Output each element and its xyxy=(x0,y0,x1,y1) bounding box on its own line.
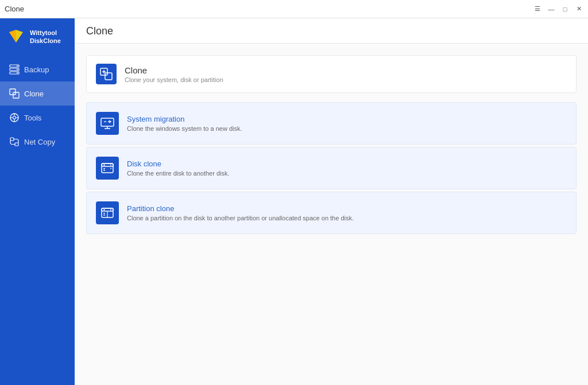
logo-icon xyxy=(7,28,25,46)
option-system-migration[interactable]: System migration Clone the windows syste… xyxy=(86,102,577,145)
system-migration-icon-box xyxy=(96,112,119,135)
svg-rect-8 xyxy=(10,89,16,95)
sidebar: Wittytool DiskClone Backup xyxy=(0,18,75,385)
svg-point-33 xyxy=(110,168,111,169)
partition-clone-text: Partition clone Clone a partition on the… xyxy=(127,204,354,221)
logo-text: Wittytool DiskClone xyxy=(30,29,61,45)
clone-card-subtitle: Clone your system, disk or partition xyxy=(125,76,223,83)
svg-rect-27 xyxy=(102,164,113,173)
clone-card-title: Clone xyxy=(125,65,223,75)
maximize-button[interactable]: □ xyxy=(560,5,570,14)
option-disk-clone[interactable]: Disk clone Clone the entire disk to anot… xyxy=(86,147,577,189)
option-partition-clone[interactable]: Partition clone Clone a partition on the… xyxy=(86,192,577,234)
page-header: Clone xyxy=(75,18,588,44)
disk-clone-text: Disk clone Clone the entire disk to anot… xyxy=(127,160,230,177)
clone-header-card: Clone Clone your system, disk or partiti… xyxy=(86,55,577,93)
sidebar-item-backup[interactable]: Backup xyxy=(0,57,75,81)
svg-rect-30 xyxy=(103,168,105,169)
content-area: Clone Clone your system, disk or partiti… xyxy=(75,44,588,385)
svg-rect-31 xyxy=(103,170,105,171)
main-content: Clone Clone Clone your system, disk or p… xyxy=(75,18,588,385)
system-migration-title: System migration xyxy=(127,115,242,123)
clone-header-text: Clone Clone your system, disk or partiti… xyxy=(125,65,223,83)
sidebar-logo: Wittytool DiskClone xyxy=(0,18,75,55)
partition-clone-title: Partition clone xyxy=(127,204,354,213)
sidebar-nav: Backup Clone Tools xyxy=(0,57,75,154)
sidebar-item-clone[interactable]: Clone xyxy=(0,81,75,106)
svg-point-7 xyxy=(17,72,18,73)
system-migration-desc: Clone the windows system to a new disk. xyxy=(127,125,242,132)
close-button[interactable]: ✕ xyxy=(574,5,583,14)
sidebar-item-netcopy[interactable]: Net Copy xyxy=(0,130,75,154)
svg-rect-16 xyxy=(10,138,14,141)
svg-marker-1 xyxy=(9,30,16,42)
svg-rect-36 xyxy=(103,209,105,211)
titlebar-title: Clone xyxy=(5,5,24,13)
svg-point-32 xyxy=(110,165,111,166)
clone-header-icon-box xyxy=(96,64,117,84)
disk-clone-desc: Clone the entire disk to another disk. xyxy=(127,170,230,177)
clone-plus-icon xyxy=(100,68,113,80)
clone-icon xyxy=(9,88,20,99)
svg-rect-19 xyxy=(105,73,112,80)
netcopy-icon xyxy=(9,137,20,147)
svg-rect-9 xyxy=(13,92,19,98)
system-migration-text: System migration Clone the windows syste… xyxy=(127,115,242,132)
partition-clone-desc: Clone a partition on the disk to another… xyxy=(127,215,354,221)
svg-point-40 xyxy=(110,209,111,211)
backup-icon xyxy=(9,64,20,75)
svg-point-11 xyxy=(13,116,16,119)
svg-rect-17 xyxy=(15,143,18,146)
titlebar-controls: ☰ — □ ✕ xyxy=(533,5,583,14)
sidebar-item-tools[interactable]: Tools xyxy=(0,106,75,130)
titlebar: Clone ☰ — □ ✕ xyxy=(0,0,588,18)
minimize-button[interactable]: — xyxy=(547,5,556,14)
svg-rect-37 xyxy=(103,213,105,214)
svg-point-6 xyxy=(17,69,18,70)
disk-clone-icon xyxy=(100,161,115,176)
partition-clone-icon xyxy=(100,205,115,220)
app-container: Wittytool DiskClone Backup xyxy=(0,18,588,385)
system-migration-icon xyxy=(100,116,115,131)
page-title: Clone xyxy=(86,25,577,37)
disk-clone-title: Disk clone xyxy=(127,160,230,168)
svg-point-5 xyxy=(17,65,18,67)
svg-rect-29 xyxy=(103,165,105,166)
svg-rect-22 xyxy=(101,118,114,126)
partition-clone-icon-box xyxy=(96,201,119,224)
tools-icon xyxy=(9,112,20,123)
option-list: System migration Clone the windows syste… xyxy=(86,102,577,234)
disk-clone-icon-box xyxy=(96,157,119,180)
menu-button[interactable]: ☰ xyxy=(533,5,542,14)
svg-rect-38 xyxy=(103,215,105,216)
